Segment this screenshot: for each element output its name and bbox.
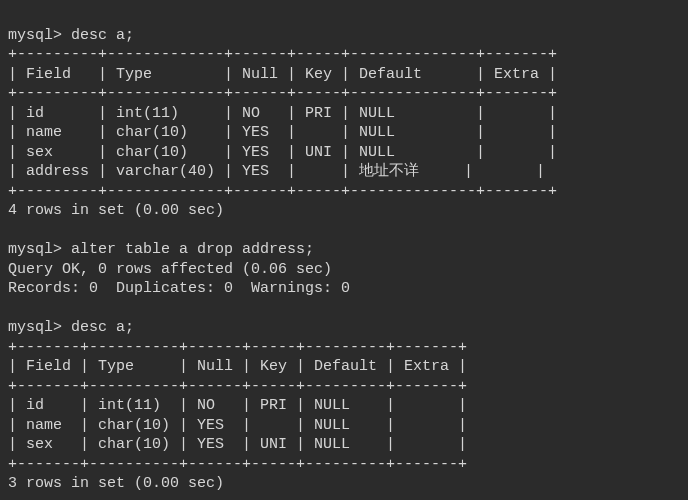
table1-row: | address | varchar(40) | YES | | 地址不详 |… — [8, 163, 545, 180]
table1-border-top: +---------+-------------+------+-----+--… — [8, 46, 557, 63]
command-2: alter table a drop address; — [71, 241, 314, 258]
table1-border-mid: +---------+-------------+------+-----+--… — [8, 85, 557, 102]
table2-footer: 3 rows in set (0.00 sec) — [8, 475, 224, 492]
table1-row: | sex | char(10) | YES | UNI | NULL | | — [8, 144, 557, 161]
prompt-line-2: mysql> alter table a drop address; — [8, 241, 314, 258]
table2-row: | sex | char(10) | YES | UNI | NULL | | — [8, 436, 467, 453]
table1-row: | id | int(11) | NO | PRI | NULL | | — [8, 105, 557, 122]
table2-row: | name | char(10) | YES | | NULL | | — [8, 417, 467, 434]
table2-header: | Field | Type | Null | Key | Default | … — [8, 358, 467, 375]
result2-line: Query OK, 0 rows affected (0.06 sec) — [8, 261, 332, 278]
prompt: mysql> — [8, 27, 62, 44]
table1-footer: 4 rows in set (0.00 sec) — [8, 202, 224, 219]
table2-border-mid: +-------+----------+------+-----+-------… — [8, 378, 467, 395]
table2-row: | id | int(11) | NO | PRI | NULL | | — [8, 397, 467, 414]
table1-row: | name | char(10) | YES | | NULL | | — [8, 124, 557, 141]
table1-header: | Field | Type | Null | Key | Default | … — [8, 66, 557, 83]
table2-border-bot: +-------+----------+------+-----+-------… — [8, 456, 467, 473]
blank-line — [8, 222, 17, 239]
prompt-line-1: mysql> desc a; — [8, 27, 134, 44]
result2-line: Records: 0 Duplicates: 0 Warnings: 0 — [8, 280, 350, 297]
table1-border-bot: +---------+-------------+------+-----+--… — [8, 183, 557, 200]
prompt: mysql> — [8, 241, 62, 258]
command-1: desc a; — [71, 27, 134, 44]
table2-border-top: +-------+----------+------+-----+-------… — [8, 339, 467, 356]
terminal[interactable]: mysql> desc a; +---------+-------------+… — [0, 0, 688, 500]
command-3: desc a; — [71, 319, 134, 336]
blank-line — [8, 300, 17, 317]
prompt-line-3: mysql> desc a; — [8, 319, 134, 336]
prompt: mysql> — [8, 319, 62, 336]
